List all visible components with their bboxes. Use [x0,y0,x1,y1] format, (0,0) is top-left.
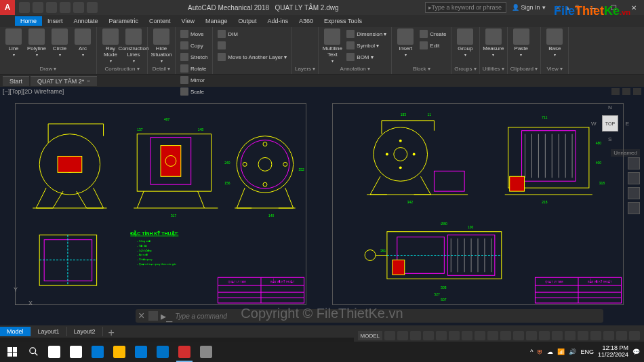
status-lwt-icon[interactable] [475,331,485,340]
ribbon-scale-button[interactable]: Scale [178,86,209,97]
ribbon-copy-button[interactable]: Copy [178,40,209,51]
nav-zoom-icon[interactable] [628,187,640,199]
ribbon-insert-button[interactable]: Insert▾ [395,28,416,57]
nav-fullnav-icon[interactable] [628,157,640,169]
file-tab[interactable]: QUAT LY TÂM 2*× [31,76,97,86]
help-search-input[interactable]: ▸ Type a keyword or phrase [425,2,506,13]
menu-tab-insert[interactable]: Insert [42,16,68,26]
panel-label[interactable]: Block ▾ [395,65,448,73]
taskbar-search-icon[interactable] [24,342,43,362]
qat-undo-icon[interactable] [60,2,71,13]
panel-label[interactable]: Annotation ▾ [321,65,388,73]
ribbon-measure-button[interactable]: Measure▾ [483,28,504,57]
status-transparency-icon[interactable] [487,331,498,340]
viewcube-east[interactable]: E [626,121,629,127]
menu-tab-manage[interactable]: Manage [200,16,233,26]
panel-label[interactable]: Draw ▾ [3,65,94,73]
status-lock-icon[interactable] [578,331,588,340]
menu-tab-home[interactable]: Home [15,16,42,26]
panel-label[interactable]: Detail ▾ [150,65,172,73]
status-cycling-icon[interactable] [500,331,511,340]
status-workspace-icon[interactable] [526,331,537,340]
layout-tab-layout2[interactable]: Layout2 [67,327,103,336]
ribbon-symbol-button[interactable]: Symbol ▾ [344,40,388,51]
status-otrack-icon[interactable] [462,331,472,340]
qat-save-icon[interactable] [46,2,57,13]
status-annoscale-icon[interactable] [513,331,524,340]
menu-tab-a360[interactable]: A360 [294,16,319,26]
qat-open-icon[interactable] [33,2,43,13]
taskbar-app-paint[interactable] [195,342,217,362]
ribbon-mirror-button[interactable]: Mirror [178,75,209,85]
ribbon-line-button[interactable]: Line▾ [3,28,24,57]
status-model[interactable]: MODEL [358,331,382,340]
panel-label[interactable]: Construction ▾ [100,65,144,73]
taskbar-clock[interactable]: 12:18 PM 11/22/2024 [598,345,628,359]
tray-notifications-icon[interactable]: 💬 [632,348,640,355]
ribbon-stretch-button[interactable]: Stretch [178,52,209,62]
ribbon-create-button[interactable]: Create [418,28,448,39]
status-ortho-icon[interactable] [410,331,421,340]
panel-label[interactable]: Layers ▾ [295,65,315,73]
taskbar-app-cortana[interactable] [43,342,65,362]
layout-tab-layout1[interactable]: Layout1 [31,327,67,336]
menu-tab-view[interactable]: View [176,16,200,26]
menu-tab-content[interactable]: Content [144,16,176,26]
menu-tab-add-ins[interactable]: Add-ins [262,16,294,26]
panel-label[interactable]: Groups ▾ [454,65,476,73]
taskbar-app-taskview[interactable] [65,342,87,362]
cmd-close-icon[interactable]: × [138,310,144,322]
ribbon-move-button[interactable]: Move [178,28,209,39]
nav-pan-icon[interactable] [628,172,640,184]
status-3dosnap-icon[interactable] [449,331,460,340]
ribbon-rotate-button[interactable]: Rotate [178,63,209,74]
ribbon--button[interactable] [216,40,289,51]
ribbon-group-button[interactable]: Group▾ [454,28,476,57]
tray-network-icon[interactable]: 📶 [557,348,565,355]
ribbon-edit-button[interactable]: Edit [418,40,448,51]
ribbon-dim-button[interactable]: DIM [216,28,289,39]
status-grid-icon[interactable] [384,331,395,340]
menu-tab-annotate[interactable]: Annotate [68,16,104,26]
qat-redo-icon[interactable] [73,2,84,13]
app-logo[interactable]: A [0,0,15,15]
drawing-canvas[interactable]: TOP N S E W Unnamed 407 137 148 [0,96,644,325]
ribbon-multiline-text-button[interactable]: Multiline Text▾ [321,28,343,63]
tray-volume-icon[interactable]: 🔊 [569,348,576,355]
panel-label[interactable] [216,71,289,73]
status-custom-icon[interactable] [629,331,640,340]
layout-add-button[interactable]: + [103,325,120,338]
ribbon-arc-button[interactable]: Arc▾ [72,28,94,57]
menu-tab-expresstools[interactable]: Express Tools [319,16,367,26]
status-polar-icon[interactable] [423,331,434,340]
qat-new-icon[interactable] [19,2,30,13]
taskbar-app-explorer[interactable] [108,342,130,362]
status-osnap-icon[interactable] [436,331,447,340]
viewport-close-icon[interactable] [633,88,641,95]
signin-button[interactable]: 👤 Sign In ▾ [506,4,551,11]
ribbon-movetoanotherlayer-button[interactable]: Move to Another Layer ▾ [216,52,289,62]
ribbon-hide-situation-button[interactable]: Hide Situation▾ [150,28,172,63]
taskbar-app-edge[interactable] [87,342,108,362]
status-quickprops-icon[interactable] [565,331,576,340]
start-button[interactable] [0,342,24,362]
status-annomonitor-icon[interactable] [539,331,550,340]
menu-tab-parametric[interactable]: Parametric [104,16,144,26]
taskbar-app-store[interactable] [130,342,152,362]
nav-orbit-icon[interactable] [628,202,640,214]
layout-tab-model[interactable]: Model [0,327,31,336]
ribbon-paste-button[interactable]: Paste▾ [510,28,532,57]
ribbon-dimension-button[interactable]: Dimension ▾ [344,28,388,39]
panel-label[interactable]: Clipboard ▾ [510,65,538,73]
status-clean-icon[interactable] [616,331,627,340]
taskbar-app-autocad[interactable] [174,342,195,362]
file-tab[interactable]: Start [3,76,29,86]
ribbon-circle-button[interactable]: Circle▾ [49,28,71,57]
tray-language-icon[interactable]: ENG [580,348,594,355]
ribbon-construction-lines-button[interactable]: Construction Lines▾ [123,28,144,63]
tray-onedrive-icon[interactable]: ☁ [547,348,553,355]
viewport-label[interactable]: [−][Top][2D Wireframe] [3,88,64,95]
qat-print-icon[interactable] [87,2,98,13]
ribbon-polyline-button[interactable]: Polyline▾ [26,28,47,57]
ribbon-base-button[interactable]: Base▾ [544,28,565,57]
